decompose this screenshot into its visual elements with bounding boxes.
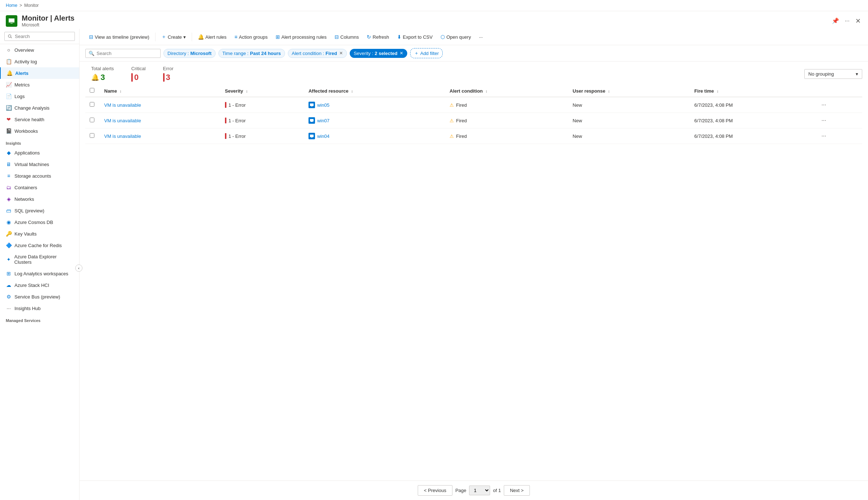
alert-name-link-0[interactable]: VM is unavailable bbox=[104, 102, 141, 108]
sidebar-item-service-health[interactable]: ❤ Service health bbox=[0, 114, 79, 125]
affected-resource-column-header[interactable]: Affected resource ↕ bbox=[304, 85, 445, 97]
sidebar-item-insights-hub[interactable]: ··· Insights Hub bbox=[0, 302, 79, 314]
name-column-header[interactable]: Name ↕ bbox=[100, 85, 221, 97]
sidebar-item-overview[interactable]: ○ Overview bbox=[0, 44, 79, 56]
sidebar-item-networks[interactable]: ◈ Networks bbox=[0, 193, 79, 205]
total-alerts-label: Total alerts bbox=[91, 66, 114, 71]
log-analytics-icon: ⊞ bbox=[6, 271, 12, 276]
warning-icon-0: ⚠ bbox=[450, 102, 454, 108]
page-select[interactable]: 1 bbox=[469, 486, 490, 495]
select-all-checkbox[interactable] bbox=[90, 88, 94, 93]
close-button[interactable]: ✕ bbox=[854, 16, 862, 26]
grouping-dropdown[interactable]: No grouping ▾ bbox=[804, 69, 862, 79]
fire-time-sort-icon: ↕ bbox=[717, 89, 719, 93]
columns-icon: ⊟ bbox=[335, 34, 339, 40]
directory-filter-pill[interactable]: Directory : Microsoft bbox=[163, 49, 216, 58]
critical-stat: Critical 0 bbox=[131, 66, 146, 82]
sidebar-item-applications[interactable]: ◆ Applications bbox=[0, 147, 79, 158]
resource-link-0[interactable]: win05 bbox=[317, 102, 329, 108]
pin-button[interactable]: 📌 bbox=[830, 16, 841, 26]
create-button[interactable]: ＋ Create ▾ bbox=[158, 32, 190, 42]
sidebar-label-service-health: Service health bbox=[14, 117, 44, 122]
time-range-filter-pill[interactable]: Time range : Past 24 hours bbox=[218, 49, 285, 58]
activity-log-icon: 📋 bbox=[6, 59, 12, 64]
resource-link-2[interactable]: win04 bbox=[317, 134, 329, 139]
view-timeline-button[interactable]: ⊟ View as timeline (preview) bbox=[85, 32, 153, 42]
sidebar-item-cosmos-db[interactable]: ◉ Azure Cosmos DB bbox=[0, 216, 79, 228]
page-subtitle: Microsoft bbox=[22, 22, 75, 27]
sidebar-label-service-bus: Service Bus (preview) bbox=[14, 294, 60, 300]
sidebar-item-logs[interactable]: 📄 Logs bbox=[0, 90, 79, 102]
alert-condition-filter-pill[interactable]: Alert condition : Fired ✕ bbox=[288, 49, 347, 58]
action-groups-icon: ≡ bbox=[234, 34, 237, 40]
row-more-button-0[interactable]: ··· bbox=[819, 101, 828, 109]
row-checkbox-0[interactable] bbox=[90, 102, 94, 107]
sidebar-item-activity-log[interactable]: 📋 Activity log bbox=[0, 56, 79, 67]
alerts-table: Name ↕ Severity ↕ Affected resource ↕ bbox=[85, 85, 862, 144]
alert-condition-column-header[interactable]: Alert condition ↕ bbox=[445, 85, 568, 97]
create-dropdown-icon: ▾ bbox=[183, 34, 186, 40]
search-input[interactable] bbox=[97, 51, 157, 56]
main-layout: ○ Overview 📋 Activity log 🔔 Alerts 📈 Met… bbox=[0, 29, 868, 500]
table-row: VM is unavailable 1 - Error win04 ⚠ Fire… bbox=[85, 128, 862, 144]
breadcrumb-current: Monitor bbox=[24, 3, 39, 8]
alert-name-link-1[interactable]: VM is unavailable bbox=[104, 118, 141, 123]
sidebar-item-metrics[interactable]: 📈 Metrics bbox=[0, 79, 79, 90]
export-csv-button[interactable]: ⬇ Export to CSV bbox=[393, 32, 436, 42]
sidebar-item-storage-accounts[interactable]: ≡ Storage accounts bbox=[0, 170, 79, 182]
fire-time-column-header[interactable]: Fire time ↕ bbox=[690, 85, 815, 97]
error-bar bbox=[163, 73, 165, 82]
alert-condition-filter-close[interactable]: ✕ bbox=[339, 51, 343, 56]
open-query-button[interactable]: ⬡ Open query bbox=[437, 32, 475, 42]
more-options-button[interactable]: ··· bbox=[843, 16, 851, 26]
alert-rules-button[interactable]: 🔔 Alert rules bbox=[194, 32, 230, 42]
applications-icon: ◆ bbox=[6, 150, 12, 156]
table-row: VM is unavailable 1 - Error win07 ⚠ Fire… bbox=[85, 113, 862, 128]
previous-page-button[interactable]: < Previous bbox=[418, 485, 452, 496]
alert-name-link-2[interactable]: VM is unavailable bbox=[104, 134, 141, 139]
breadcrumb: Home > Monitor bbox=[0, 0, 868, 11]
toolbar-more-button[interactable]: ··· bbox=[475, 33, 486, 42]
row-checkbox-1[interactable] bbox=[90, 118, 94, 122]
resource-link-1[interactable]: win07 bbox=[317, 118, 329, 123]
severity-sort-icon: ↕ bbox=[246, 89, 248, 93]
key-vaults-icon: 🔑 bbox=[6, 231, 12, 237]
sidebar-item-azure-data-explorer[interactable]: ✦ Azure Data Explorer Clusters bbox=[0, 251, 79, 268]
sidebar-search-input[interactable] bbox=[4, 32, 75, 41]
sidebar-item-workbooks[interactable]: 📓 Workbooks bbox=[0, 125, 79, 137]
sidebar-item-sql-preview[interactable]: 🗃 SQL (preview) bbox=[0, 205, 79, 216]
alert-processing-rules-button[interactable]: ⊞ Alert processing rules bbox=[272, 32, 330, 42]
sidebar-item-azure-stack-hci[interactable]: ☁ Azure Stack HCI bbox=[0, 279, 79, 291]
next-page-button[interactable]: Next > bbox=[504, 485, 530, 496]
sidebar-item-virtual-machines[interactable]: 🖥 Virtual Machines bbox=[0, 158, 79, 170]
sidebar-item-key-vaults[interactable]: 🔑 Key Vaults bbox=[0, 228, 79, 240]
add-filter-icon: ＋ bbox=[414, 50, 419, 56]
sidebar-label-azure-data-explorer: Azure Data Explorer Clusters bbox=[14, 254, 73, 265]
sidebar-item-log-analytics[interactable]: ⊞ Log Analytics workspaces bbox=[0, 268, 79, 279]
condition-text-0: Fired bbox=[456, 102, 467, 108]
time-range-filter-value: Past 24 hours bbox=[250, 51, 281, 56]
action-groups-button[interactable]: ≡ Action groups bbox=[231, 32, 271, 42]
refresh-button[interactable]: ↻ Refresh bbox=[363, 32, 393, 42]
columns-button[interactable]: ⊟ Columns bbox=[331, 32, 362, 42]
row-more-button-1[interactable]: ··· bbox=[819, 116, 828, 124]
sidebar-item-containers[interactable]: 🗂 Containers bbox=[0, 182, 79, 193]
sidebar-item-alerts[interactable]: 🔔 Alerts bbox=[0, 67, 79, 79]
sidebar-item-azure-cache-redis[interactable]: 🔷 Azure Cache for Redis bbox=[0, 240, 79, 251]
condition-text-2: Fired bbox=[456, 134, 467, 139]
total-alerts-stat: Total alerts 🔔 3 bbox=[91, 66, 114, 82]
row-checkbox-2[interactable] bbox=[90, 133, 94, 138]
breadcrumb-home[interactable]: Home bbox=[6, 3, 17, 8]
severity-column-header[interactable]: Severity ↕ bbox=[221, 85, 304, 97]
severity-filter-close[interactable]: ✕ bbox=[400, 51, 403, 56]
sidebar-label-change-analysis: Change Analysis bbox=[14, 105, 50, 111]
user-response-column-header[interactable]: User response ↕ bbox=[568, 85, 690, 97]
sidebar-item-service-bus[interactable]: ⚙ Service Bus (preview) bbox=[0, 291, 79, 302]
row-more-button-2[interactable]: ··· bbox=[819, 132, 828, 140]
data-table: Name ↕ Severity ↕ Affected resource ↕ bbox=[80, 85, 868, 480]
add-filter-button[interactable]: ＋ Add filter bbox=[410, 48, 443, 58]
severity-filter-pill[interactable]: Severity : 2 selected ✕ bbox=[350, 49, 407, 58]
severity-filter-label: Severity : bbox=[354, 51, 373, 56]
sidebar-item-change-analysis[interactable]: 🔄 Change Analysis bbox=[0, 102, 79, 114]
collapse-sidebar-button[interactable]: ‹ bbox=[75, 264, 82, 272]
